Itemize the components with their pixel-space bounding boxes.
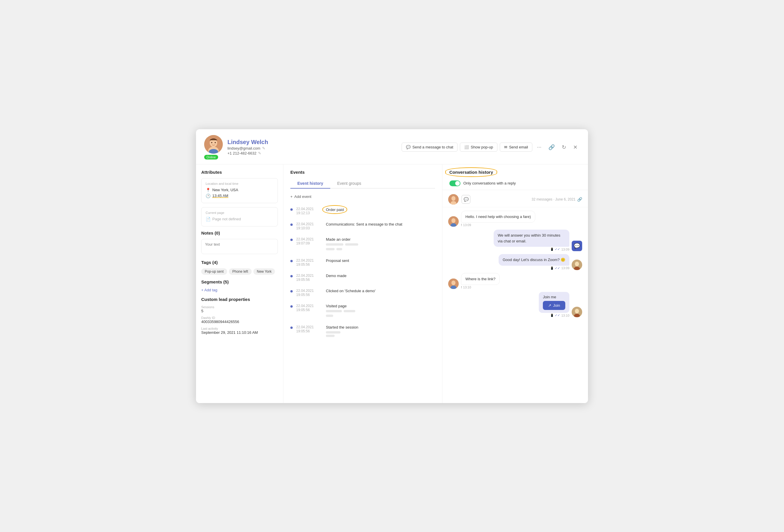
conversation-panel: Conversation history Only conversations … [442,165,588,403]
event-content: Made an order [326,237,435,252]
user-name: Lindsey Welch [227,139,397,146]
event-name: Made an order [326,237,435,241]
conversation-meta: 32 messages · June 6, 2021 🔗 [532,197,582,202]
svg-point-10 [451,218,455,223]
event-name-wrap: Order paid [326,207,344,212]
msg-col: Hello. I need help with choosing a fare)… [461,211,535,227]
list-item: 22.04.202119:05:56 Demo made [290,270,435,285]
current-page-box: Current page 📄 Page not defined [201,207,278,227]
event-name: Order paid [326,207,344,212]
conversations-toggle[interactable] [449,180,460,186]
event-time: 22.04.202119:05:56 [296,273,323,282]
msg-time: f 13:09 [461,223,535,227]
modal-header: Online Lindsey Welch lindsey@gmail.com ✎… [196,129,588,165]
location-row: 📍 New York, USA [205,188,274,193]
event-list: 22.04.202119:12:13 Order paid 22.04.2021… [290,203,435,342]
last-activity-label: Last activity [201,327,278,330]
event-dot [290,260,293,262]
skeleton [336,248,342,250]
event-time: 22.04.202119:05:56 [296,289,323,297]
event-content: Demo made [326,273,435,279]
user-phone-row: +1 212-482-6632 ✎ [227,151,397,155]
msg-time: 📱 ✓✓ 13:09 [550,247,569,251]
add-tag-link[interactable]: + Add tag [201,288,278,292]
close-icon[interactable]: ✕ [571,143,580,152]
event-dot [290,327,293,329]
event-time: 22.04.202119:05:56 [296,304,323,312]
events-header: Events Event history Event groups [283,165,442,188]
skeleton [326,331,340,333]
messages-area: Hello. I need help with choosing a fare)… [442,207,588,321]
tag-phone-left: Phone left [229,268,252,275]
msg-time: 📱 ✓✓ 13:10 [550,314,569,317]
events-body: + Add event 22.04.202119:12:13 Order pai… [283,188,442,403]
message-row: Hello. I need help with choosing a fare)… [448,211,582,227]
phone-icon-small: 📱 [550,248,554,251]
msg-avatar-male2 [572,307,582,317]
message-bubble: Hello. I need help with choosing a fare) [461,211,535,223]
svg-point-7 [451,196,455,201]
conv-chat-icon: 💬 [461,195,470,204]
message-row: Where is the link? f 13:10 [448,273,582,289]
msg-time-text: 13:09 [463,223,471,227]
conversation-body: 💬 32 messages · June 6, 2021 🔗 [442,190,588,403]
event-dot [290,275,293,277]
skeleton [344,310,355,312]
tab-event-groups[interactable]: Event groups [330,179,368,188]
more-options-button[interactable]: ··· [535,143,544,151]
refresh-icon[interactable]: ↻ [559,143,568,152]
list-item: 22.04.202119:10:03 Communications: Sent … [290,218,435,234]
msg-col: We will answer you within 30 minutes via… [494,230,569,251]
msg-time: f 13:10 [461,286,500,289]
send-message-button[interactable]: 💬 Send a message to chat [401,143,457,152]
msg-avatar-female [448,216,459,227]
current-page-value: Page not defined [212,217,241,221]
conversation-title-text: Conversation history [449,170,493,175]
tab-event-history[interactable]: Event history [290,179,330,188]
skeleton [345,243,358,246]
show-popup-button[interactable]: ⬜ Show pop-up [460,143,498,152]
toggle-row: Only conversations with a reply [442,178,588,190]
join-button[interactable]: ↗ Join [543,301,565,310]
conversation-title: Conversation history [449,170,493,175]
link-icon[interactable]: 🔗 [546,143,557,152]
svg-point-16 [451,280,455,285]
send-email-button[interactable]: ✉ Send email [500,143,532,152]
add-event-label: Add event [295,195,312,199]
event-content: Proposal sent [326,259,435,264]
location-value: New York, USA [212,188,238,192]
list-item: 22.04.202119:07:09 Made an order [290,234,435,255]
clock-icon: 🕐 [205,194,211,198]
event-time: 22.04.202119:05:56 [296,259,323,267]
notes-input[interactable] [201,239,278,254]
tag-new-york: New York [253,268,275,275]
fb-icon: f [461,223,462,227]
main-layout: Attributes Location and local time 📍 New… [196,165,588,403]
online-badge: Online [204,154,223,159]
time-row: 🕐 13:45 AM [205,194,274,198]
event-dot [290,224,293,226]
list-item: 22.04.202119:05:56 Clicked on 'Schedule … [290,285,435,300]
conv-link-icon[interactable]: 🔗 [577,197,582,202]
add-event-button[interactable]: + Add event [290,192,311,201]
svg-point-19 [575,309,579,314]
tags-title: Tags (4) [201,260,278,265]
dashly-id-value: 400335980944426556 [201,320,278,324]
msg-avatar-male [572,260,582,270]
tag-popup-sent: Pop-up sent [201,268,227,275]
location-icon: 📍 [205,188,211,193]
events-panel: Events Event history Event groups + Add … [283,165,442,403]
phone-edit-icon[interactable]: ✎ [258,151,261,155]
location-label: Location and local time [205,182,274,185]
plus-icon: + [290,195,293,199]
event-dot [290,290,293,293]
toggle-label: Only conversations with a reply [464,181,516,185]
contact-modal: Online Lindsey Welch lindsey@gmail.com ✎… [196,129,588,403]
msg-col: Good day! Let's discuss in Zoom? 🙂 📱 ✓✓ … [499,254,569,270]
add-tag-text: + Add tag [201,288,217,292]
email-edit-icon[interactable]: ✎ [262,146,265,150]
last-activity-value: September 29, 2021 11:10:16 AM [201,330,278,335]
event-name: Demo made [326,273,435,278]
notes-section: Notes (0) [201,231,278,255]
event-content: Order paid [326,207,435,212]
